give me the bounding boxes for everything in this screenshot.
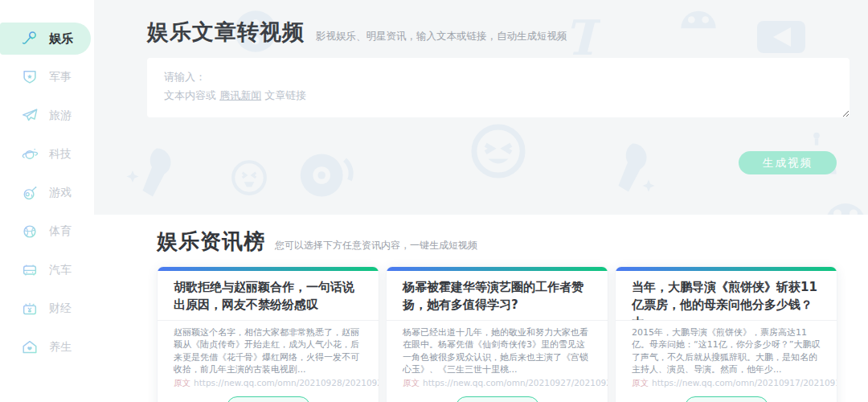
source-url[interactable]: https://new.qq.com/omn/20210927/20210927… bbox=[423, 378, 608, 388]
article-card[interactable]: 杨幂被霍建华等演艺圈的工作者赞扬，她有多值得学习? 杨幂已经出道十几年，她的敬业… bbox=[386, 266, 608, 402]
cards-row: 胡歌拒绝与赵丽颖合作，一句话说出原因，网友不禁纷纷感叹 赵丽颖这个名字，相信大家… bbox=[157, 266, 868, 402]
sidebar-item-gamepad[interactable]: 游戏 bbox=[0, 177, 94, 209]
planet-icon bbox=[21, 146, 39, 163]
sidebar-item-label: 汽车 bbox=[49, 263, 72, 277]
source-url[interactable]: https://new.qq.com/omn/20210917/20210917… bbox=[652, 378, 837, 388]
house-heart-icon bbox=[21, 338, 39, 356]
sidebar-item-label: 娱乐 bbox=[49, 31, 73, 47]
article-card[interactable]: 胡歌拒绝与赵丽颖合作，一句话说出原因，网友不禁纷纷感叹 赵丽颖这个名字，相信大家… bbox=[157, 266, 379, 402]
sidebar-item-label: 游戏 bbox=[49, 186, 72, 200]
card-summary: 赵丽颖这个名字，相信大家都非常熟悉了，赵丽颖从《陆贞传奇》开始走红，成为人气小花… bbox=[158, 321, 379, 376]
page-title: 娱乐文章转视频 bbox=[147, 18, 305, 47]
card-button-row: 生成视频 bbox=[387, 390, 608, 402]
card-button-row: 生成视频 bbox=[616, 390, 837, 402]
feed-section: 娱乐资讯榜 您可以选择下方任意资讯内容，一键生成短视频 胡歌拒绝与赵丽颖合作，一… bbox=[94, 215, 868, 402]
feed-title: 娱乐资讯榜 bbox=[157, 228, 265, 256]
card-source: 原文https://new.qq.com/omn/20210928/202109… bbox=[158, 376, 379, 390]
robot-head-bg-icon bbox=[678, 0, 719, 35]
svg-text:T: T bbox=[564, 10, 600, 63]
card-summary: 2015年，大鹏导演《煎饼侠》，票房高达11亿。母亲问她：“这11亿，你分多少呀… bbox=[616, 321, 837, 376]
card-title: 当年，大鹏导演《煎饼侠》斩获11亿票房，他的母亲问他分多少钱？大... bbox=[616, 271, 837, 321]
source-label: 原文 bbox=[174, 378, 190, 388]
sidebar-item-plane[interactable]: 旅游 bbox=[0, 100, 94, 132]
microphone-icon bbox=[21, 30, 39, 47]
sidebar-item-label: 体育 bbox=[49, 224, 72, 239]
car-icon bbox=[21, 261, 39, 279]
generate-video-button[interactable]: 生成视频 bbox=[739, 151, 837, 174]
sidebar-item-shield[interactable]: 军事 bbox=[0, 61, 94, 93]
source-url[interactable]: https://new.qq.com/omn/20210928/20210928… bbox=[194, 378, 379, 388]
article-input[interactable] bbox=[147, 58, 850, 117]
plane-icon bbox=[21, 107, 39, 125]
feed-subtitle: 您可以选择下方任意资讯内容，一键生成短视频 bbox=[275, 239, 477, 252]
basketball-icon bbox=[21, 223, 39, 240]
microphone-bg-icon bbox=[600, 138, 657, 201]
card-title: 杨幂被霍建华等演艺圈的工作者赞扬，她有多值得学习? bbox=[387, 271, 608, 321]
video-camera-bg-icon bbox=[755, 18, 807, 56]
finance-icon bbox=[21, 300, 39, 318]
camera-bg-icon bbox=[297, 150, 354, 201]
robot-bg-icon bbox=[821, 183, 868, 215]
category-sidebar: 娱乐 军事 旅游 科技 游戏 体育 汽车 bbox=[0, 0, 94, 402]
sidebar-item-label: 科技 bbox=[49, 147, 72, 162]
source-label: 原文 bbox=[632, 378, 649, 388]
sidebar-item-planet[interactable]: 科技 bbox=[0, 138, 94, 170]
article-input-wrap: 请输入： 文本内容或 腾讯新闻 文章链接 bbox=[147, 58, 850, 117]
card-generate-video-button[interactable]: 生成视频 bbox=[456, 396, 539, 402]
wink-face-bg-icon bbox=[229, 158, 269, 198]
page-subtitle: 影视娱乐、明星资讯，输入文本或链接，自动生成短视频 bbox=[316, 30, 567, 43]
sidebar-item-finance[interactable]: 财经 bbox=[0, 293, 94, 325]
app-window: 娱乐 军事 旅游 科技 游戏 体育 汽车 bbox=[0, 0, 868, 402]
sidebar-item-basketball[interactable]: 体育 bbox=[0, 215, 94, 248]
laugh-face-bg-icon bbox=[468, 121, 529, 182]
card-source: 原文https://new.qq.com/omn/20210927/202109… bbox=[387, 376, 608, 390]
sidebar-item-microphone[interactable]: 娱乐 bbox=[0, 23, 91, 55]
sidebar-item-car[interactable]: 汽车 bbox=[0, 254, 94, 286]
sidebar-item-label: 财经 bbox=[49, 302, 72, 316]
feed-header: 娱乐资讯榜 您可以选择下方任意资讯内容，一键生成短视频 bbox=[157, 228, 868, 256]
card-button-row: 生成视频 bbox=[158, 390, 379, 402]
card-title: 胡歌拒绝与赵丽颖合作，一句话说出原因，网友不禁纷纷感叹 bbox=[158, 271, 379, 321]
source-label: 原文 bbox=[403, 378, 420, 388]
card-generate-video-button[interactable]: 生成视频 bbox=[227, 396, 310, 402]
card-source: 原文https://new.qq.com/omn/20210917/202109… bbox=[616, 376, 837, 390]
shield-icon bbox=[21, 68, 39, 86]
hero-section: T 娱乐文章转视频 影视娱乐、明星资讯，输入文本或链接，自动生成短视频 请输入：… bbox=[94, 0, 868, 215]
hero-header: 娱乐文章转视频 影视娱乐、明星资讯，输入文本或链接，自动生成短视频 bbox=[147, 18, 567, 47]
sidebar-item-label: 养生 bbox=[49, 340, 72, 355]
sidebar-item-house-heart[interactable]: 养生 bbox=[0, 331, 94, 363]
card-generate-video-button[interactable]: 生成视频 bbox=[685, 396, 768, 402]
card-summary: 杨幂已经出道十几年，她的敬业和努力大家也看在眼中。杨幂凭借《仙剑奇侠传3》里的雪… bbox=[387, 321, 608, 376]
sidebar-item-label: 军事 bbox=[49, 70, 72, 84]
sidebar-item-label: 旅游 bbox=[49, 109, 72, 123]
microphone-bg-icon bbox=[125, 143, 181, 206]
gamepad-icon bbox=[21, 184, 39, 202]
article-card[interactable]: 当年，大鹏导演《煎饼侠》斩获11亿票房，他的母亲问他分多少钱？大... 2015… bbox=[615, 266, 837, 402]
main-area: T 娱乐文章转视频 影视娱乐、明星资讯，输入文本或链接，自动生成短视频 请输入：… bbox=[94, 0, 868, 402]
